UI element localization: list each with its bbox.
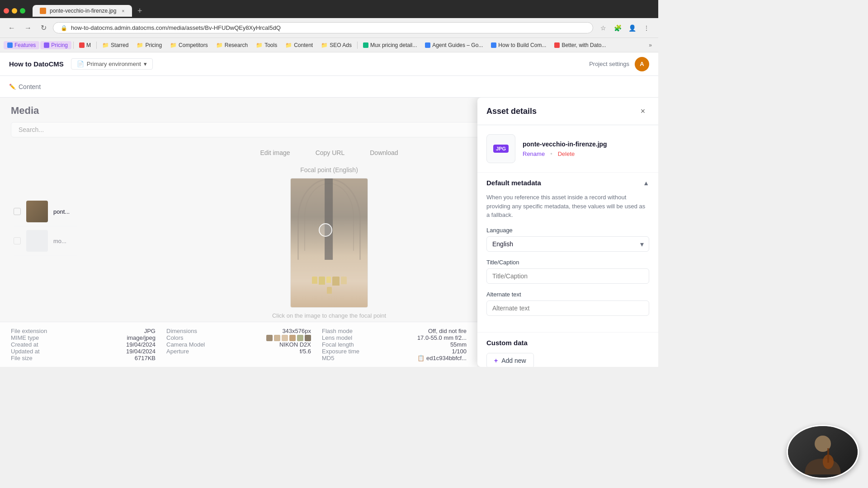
folder-icon: 📁	[216, 42, 223, 48]
bookmark-how-to-build[interactable]: How to Build Com...	[487, 41, 550, 49]
language-field: Language English Italian Spanish French	[486, 227, 649, 252]
alternate-text-input[interactable]	[486, 300, 649, 316]
profile-icon[interactable]: 👤	[626, 22, 638, 34]
bookmark-tools[interactable]: 📁 Tools	[252, 41, 281, 49]
lock	[312, 277, 317, 284]
edit-image-button[interactable]: Edit image	[255, 146, 295, 159]
environment-selector[interactable]: 📄 Primary environment ▾	[71, 58, 153, 70]
list-item[interactable]: mo...	[14, 226, 77, 256]
pillar	[325, 178, 333, 260]
default-metadata-header[interactable]: Default metadata ▲	[477, 173, 658, 193]
more-bookmarks-button[interactable]: »	[646, 41, 655, 49]
address-bar[interactable]: 🔒 how-to-datocms.admin.datocms.com/media…	[53, 22, 593, 33]
bookmark-divider	[73, 42, 74, 49]
meta-file-size: File size 6717KB	[11, 355, 156, 361]
folder-icon: 📁	[170, 42, 177, 48]
new-tab-button[interactable]: +	[134, 5, 146, 18]
nav-icons: ☆ 🧩 👤 ⋮	[597, 22, 653, 34]
forward-button[interactable]: →	[22, 22, 34, 34]
custom-data-section: Custom data + Add new	[477, 333, 658, 367]
tab-bar: ponte-vecchio-in-firenze.jpg × +	[0, 0, 658, 18]
bookmark-label: Research	[225, 42, 248, 48]
file-details: ponte-vecchio-in-firenze.jpg Rename • De…	[523, 141, 649, 157]
project-settings-link[interactable]: Project settings	[589, 61, 629, 67]
meta-md5: MD5 📋 ed1c934bbfcf...	[322, 355, 467, 361]
download-button[interactable]: Download	[364, 146, 403, 159]
app-header: How to DatoCMS 📄 Primary environment ▾ P…	[0, 52, 658, 76]
refresh-button[interactable]: ↻	[38, 22, 49, 34]
close-window-button[interactable]	[4, 8, 9, 14]
minimize-window-button[interactable]	[12, 8, 17, 14]
bookmark-pricing[interactable]: Pricing	[40, 41, 71, 49]
bookmark-star-icon[interactable]: ☆	[597, 22, 609, 34]
bookmark-label: Better, with Dato...	[561, 42, 606, 48]
metadata-col3: Flash mode Off, did not fire Lens model …	[322, 328, 467, 361]
metadata-description: When you reference this asset inside a r…	[486, 193, 649, 220]
media-checkbox[interactable]	[14, 208, 21, 215]
alternate-text-label: Alternate text	[486, 291, 649, 298]
bookmark-divider	[357, 42, 358, 49]
asset-panel-close-button[interactable]: ×	[637, 105, 649, 117]
maximize-window-button[interactable]	[20, 8, 25, 14]
bookmark-seo-ads[interactable]: 📁 SEO Ads	[317, 41, 355, 49]
asset-panel-body: JPG ponte-vecchio-in-firenze.jpg Rename …	[477, 125, 658, 367]
bookmark-label: Agent Guides – Go...	[432, 42, 483, 48]
bookmark-agent-guides[interactable]: Agent Guides – Go...	[421, 41, 486, 49]
meta-mime-type: MIME type image/jpeg	[11, 334, 156, 341]
bookmark-content[interactable]: 📁 Content	[282, 41, 316, 49]
color-swatch-2	[274, 335, 280, 341]
bookmark-icon	[7, 42, 13, 48]
focal-point-indicator	[319, 223, 332, 237]
bookmark-label: Features	[14, 42, 36, 48]
extensions-icon[interactable]: 🧩	[611, 22, 624, 34]
menu-icon[interactable]: ⋮	[640, 22, 653, 34]
bookmark-mux[interactable]: Mux pricing detail...	[359, 41, 420, 49]
add-new-button[interactable]: + Add new	[486, 353, 534, 367]
bookmark-features[interactable]: Features	[4, 41, 39, 49]
custom-data-header[interactable]: Custom data	[477, 333, 658, 353]
content-link-label: Content	[19, 83, 41, 90]
meta-flash-mode: Flash mode Off, did not fire	[322, 328, 467, 334]
image-container[interactable]	[290, 178, 368, 308]
bookmarks-bar: Features Pricing M 📁 Starred 📁 Pricing 📁…	[0, 38, 658, 52]
bookmark-pricing-folder[interactable]: 📁 Pricing	[133, 41, 165, 49]
user-avatar[interactable]: A	[635, 57, 649, 71]
active-tab[interactable]: ponte-vecchio-in-firenze.jpg ×	[33, 5, 132, 17]
file-icon-wrapper: JPG	[486, 134, 515, 163]
title-caption-label: Title/Caption	[486, 259, 649, 266]
bookmark-label: SEO Ads	[330, 42, 352, 48]
color-swatch-3	[282, 335, 288, 341]
content-nav-link[interactable]: ✏️ Content	[9, 81, 41, 92]
color-swatch-1	[266, 335, 273, 341]
lock	[332, 277, 340, 286]
copy-url-button[interactable]: Copy URL	[310, 146, 350, 159]
back-button[interactable]: ←	[5, 22, 18, 34]
bookmark-research[interactable]: 📁 Research	[212, 41, 251, 49]
bookmark-icon	[425, 42, 430, 48]
bookmark-mail[interactable]: M	[75, 41, 94, 49]
bookmark-competitors[interactable]: 📁 Competitors	[166, 41, 212, 49]
main-area: Media Filters ▾ Edit image Copy URL Down…	[0, 98, 658, 367]
browser-chrome: ponte-vecchio-in-firenze.jpg × + ← → ↻ 🔒…	[0, 0, 658, 52]
meta-camera-model: Camera Model NIKON D2X	[166, 341, 311, 348]
media-thumbnail	[26, 201, 48, 222]
list-item[interactable]: pont...	[14, 197, 77, 226]
asset-image[interactable]	[291, 178, 368, 307]
language-select-wrapper: English Italian Spanish French	[486, 236, 649, 252]
meta-updated-at: Updated at 19/04/2024	[11, 348, 156, 355]
rename-link[interactable]: Rename	[523, 150, 545, 157]
title-caption-input[interactable]	[486, 268, 649, 284]
language-select[interactable]: English Italian Spanish French	[486, 236, 649, 252]
bookmark-starred[interactable]: 📁 Starred	[99, 41, 132, 49]
tab-favicon	[40, 8, 46, 14]
custom-data-title: Custom data	[486, 339, 528, 347]
bookmark-label: Pricing	[51, 42, 68, 48]
bookmark-label: Tools	[264, 42, 277, 48]
meta-focal-length: Focal length 55mm	[322, 341, 467, 348]
bookmark-better-with-dato[interactable]: Better, with Dato...	[551, 41, 609, 49]
tab-close-button[interactable]: ×	[120, 8, 126, 14]
media-checkbox[interactable]	[14, 237, 21, 244]
delete-link[interactable]: Delete	[558, 150, 575, 157]
color-swatch-5	[297, 335, 303, 341]
lock	[341, 277, 347, 284]
